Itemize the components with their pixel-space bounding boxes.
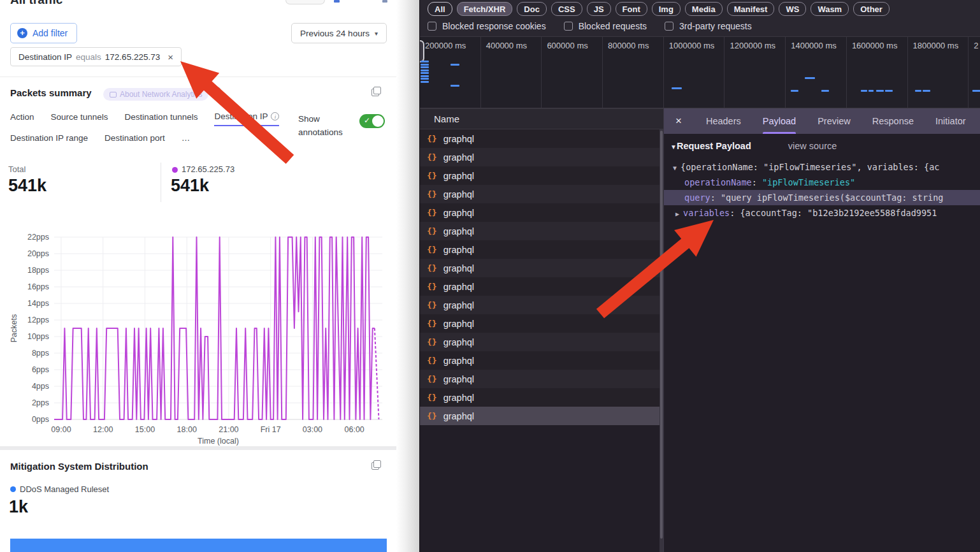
- filter-chip-close-icon[interactable]: ×: [168, 52, 173, 62]
- filter-pill-css[interactable]: CSS: [551, 2, 582, 16]
- request-payload-header: ▼Request Payloadview source: [670, 141, 837, 151]
- filter-chip-destination-ip[interactable]: Destination IP equals 172.65.225.73 ×: [10, 47, 182, 66]
- mitigation-bar: [10, 539, 387, 552]
- payload-line[interactable]: operationName: "ipFlowTimeseries": [664, 175, 980, 190]
- copy-chart-icon[interactable]: [371, 460, 381, 470]
- checkbox-box-icon[interactable]: [665, 22, 674, 31]
- window-edge-strip[interactable]: [396, 0, 419, 552]
- time-range-dropdown[interactable]: Previous 24 hours ▾: [291, 23, 387, 43]
- request-timing-mark: [972, 90, 980, 92]
- filter-pill-font[interactable]: Font: [616, 2, 647, 16]
- filter-pill-other[interactable]: Other: [853, 2, 890, 16]
- copy-chart-icon[interactable]: [371, 87, 381, 96]
- filter-pill-js[interactable]: JS: [587, 2, 611, 16]
- request-name: graphql: [443, 226, 474, 236]
- mitigation-legend-label[interactable]: DDoS Managed Ruleset: [20, 484, 109, 494]
- script-braces-icon: {}: [427, 189, 437, 199]
- tab-destination-tunnels[interactable]: Destination tunnels: [125, 112, 198, 126]
- request-row[interactable]: {}graphql: [420, 370, 663, 388]
- request-row[interactable]: {}graphql: [420, 259, 663, 277]
- script-braces-icon: {}: [427, 226, 437, 236]
- request-row[interactable]: {}graphql: [420, 296, 663, 314]
- payload-line[interactable]: ▶ variables: {accountTag: "b12e3b2192ee5…: [664, 205, 980, 221]
- collapse-icon[interactable]: ▼: [670, 143, 677, 150]
- tab-destination-port[interactable]: Destination port: [104, 133, 165, 147]
- tab-destination-ip[interactable]: Destination IPi: [214, 112, 279, 126]
- svg-text:14pps: 14pps: [27, 299, 49, 308]
- request-payload-title: Request Payload: [677, 141, 751, 151]
- checkbox-3rd-party-requests[interactable]: 3rd-party requests: [665, 21, 752, 31]
- tabs-overflow-icon[interactable]: …: [182, 133, 191, 147]
- tab-label: Destination IP range: [10, 133, 88, 143]
- request-row[interactable]: {}graphql: [420, 129, 663, 148]
- ip-series-dot: [172, 167, 178, 173]
- json-text: : "query ipFlowTimeseries($accountTag: s…: [710, 192, 944, 203]
- script-braces-icon: {}: [427, 393, 437, 402]
- expander-icon[interactable]: ▶: [675, 210, 683, 217]
- request-timing-mark: [421, 75, 429, 77]
- detail-tab-preview[interactable]: Preview: [818, 108, 851, 134]
- request-row[interactable]: {}graphql: [420, 351, 663, 370]
- detail-tab-headers[interactable]: Headers: [706, 108, 741, 134]
- network-overview-timeline[interactable]: 200000 ms400000 ms600000 ms800000 ms1000…: [420, 37, 980, 108]
- filter-pill-media[interactable]: Media: [685, 2, 723, 16]
- checkbox-box-icon[interactable]: [428, 22, 436, 31]
- request-name: graphql: [443, 152, 474, 163]
- filter-pill-all[interactable]: All: [428, 2, 452, 16]
- name-column-header[interactable]: Name: [420, 108, 663, 129]
- name-column-header-label: Name: [434, 113, 459, 124]
- filter-pill-doc[interactable]: Doc: [517, 2, 547, 16]
- checkbox-blocked-response-cookies[interactable]: Blocked response cookies: [428, 21, 546, 31]
- request-row[interactable]: {}graphql: [420, 203, 663, 222]
- filter-pill-manifest[interactable]: Manifest: [727, 2, 775, 16]
- svg-text:06:00: 06:00: [345, 425, 364, 434]
- filter-pill-wasm[interactable]: Wasm: [811, 2, 849, 16]
- request-row[interactable]: {}graphql: [420, 166, 663, 185]
- tab-destination-ip-range[interactable]: Destination IP range: [10, 133, 88, 147]
- detail-tab-payload[interactable]: Payload: [763, 108, 796, 134]
- filter-pill-img[interactable]: Img: [652, 2, 681, 16]
- payload-line[interactable]: query: "query ipFlowTimeseries($accountT…: [664, 190, 980, 205]
- filter-pill-ws[interactable]: WS: [779, 2, 806, 16]
- json-text: "ipFlowTimeseries": [762, 177, 855, 187]
- view-source-link[interactable]: view source: [788, 141, 837, 151]
- request-timing-mark: [915, 90, 921, 92]
- request-row[interactable]: {}graphql: [420, 333, 663, 351]
- request-row[interactable]: {}graphql: [420, 314, 663, 333]
- request-row[interactable]: {}graphql: [420, 148, 663, 166]
- request-row[interactable]: {}graphql: [420, 185, 663, 203]
- filter-chip-operator: equals: [76, 52, 101, 62]
- detail-tab-initiator[interactable]: Initiator: [935, 108, 966, 134]
- checkbox-blocked-requests[interactable]: Blocked requests: [564, 21, 647, 31]
- tab-source-tunnels[interactable]: Source tunnels: [51, 112, 108, 126]
- scrollbar-thumb[interactable]: [660, 131, 663, 539]
- request-row[interactable]: {}graphql: [420, 240, 663, 259]
- script-braces-icon: {}: [427, 337, 437, 347]
- ip-stat-value: 541k: [171, 176, 209, 196]
- expander-icon[interactable]: ▼: [673, 164, 681, 171]
- timeline-tick-label: 200000 ms: [425, 41, 466, 50]
- tab-label: Source tunnels: [51, 112, 108, 122]
- about-network-analytics-link[interactable]: About Network Analytics: [103, 88, 208, 101]
- request-row[interactable]: {}graphql: [420, 407, 663, 425]
- json-key: query: [684, 192, 710, 203]
- tab-action[interactable]: Action: [10, 112, 34, 126]
- checkbox-label: 3rd-party requests: [679, 21, 752, 31]
- request-row[interactable]: {}graphql: [420, 222, 663, 240]
- ip-stat-label[interactable]: 172.65.225.73: [182, 164, 234, 174]
- add-filter-button[interactable]: + Add filter: [10, 23, 77, 43]
- request-timing-mark: [861, 90, 867, 92]
- timeline-tick-label: 1200000 ms: [730, 41, 776, 50]
- request-row[interactable]: {}graphql: [420, 277, 663, 296]
- detail-tab-response[interactable]: Response: [872, 108, 914, 134]
- script-braces-icon: {}: [427, 263, 437, 273]
- filter-pill-fetch-xhr[interactable]: Fetch/XHR: [457, 2, 513, 16]
- payload-line[interactable]: ▼ {operationName: "ipFlowTimeseries", va…: [664, 159, 980, 175]
- checkbox-box-icon[interactable]: [564, 22, 573, 31]
- timeline-segment: 1800000 ms: [908, 37, 969, 108]
- divider: [161, 163, 161, 202]
- request-detail-pane: × HeadersPayloadPreviewResponseInitiator…: [663, 108, 980, 552]
- close-detail-pane-icon[interactable]: ×: [675, 115, 682, 127]
- show-annotations-toggle[interactable]: ✓: [359, 114, 385, 128]
- request-row[interactable]: {}graphql: [420, 388, 663, 407]
